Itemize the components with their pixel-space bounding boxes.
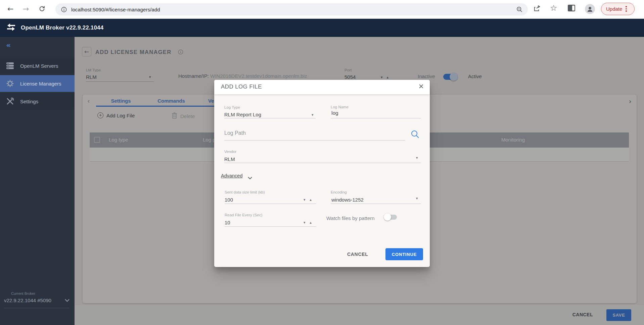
encoding-label: Encoding [331,190,347,194]
dialog-header: ADD LOG FILE × [214,80,430,94]
browser-chrome: ← → localhost:5090/#/license-managers/ad… [0,0,644,19]
watch-files-label: Watch files by pattern [326,215,375,221]
sidebar-collapse-icon[interactable]: « [6,41,11,49]
sidebar-item-settings[interactable]: Settings [0,93,75,110]
read-file-every-input[interactable]: 10 [225,220,230,225]
dropdown-arrow-icon[interactable]: ▾ [416,196,418,201]
sent-data-size-label: Sent data size limit (kb) [225,190,265,194]
field-underline [224,140,405,141]
sidebar-item-label: Settings [20,99,38,104]
bookmark-star-icon[interactable]: ☆ [550,3,557,13]
number-spinner-icons[interactable]: ▾▴ [304,198,316,202]
log-name-label: Log Name [331,105,349,109]
reload-icon[interactable] [38,5,46,14]
vendor-select[interactable]: RLM [224,156,235,162]
dropdown-arrow-icon[interactable]: ▾ [416,156,418,160]
back-icon[interactable]: ← [7,5,13,13]
sidebar: « OpenLM Servers [0,37,75,325]
app-header: OpenLM Broker v22.9.22.1044 [0,19,644,37]
current-broker-value: v22.9.22.1044 #5090 [4,297,51,303]
watch-files-toggle[interactable] [385,215,397,220]
share-icon[interactable] [533,4,541,13]
chevron-down-icon[interactable] [65,297,70,303]
openlm-logo-icon [6,23,16,33]
url-text[interactable]: localhost:5090/#/license-managers/add [71,7,160,12]
dialog-title: ADD LOG FILE [221,84,262,90]
read-file-every-label: Read File Every (Sec) [225,213,262,217]
vendor-label: Vendor [224,150,236,154]
forward-icon[interactable]: → [23,5,29,13]
chevron-down-icon[interactable] [248,175,252,181]
sent-data-size-input[interactable]: 100 [225,197,233,203]
servers-icon [6,62,14,69]
browser-menu-icon[interactable] [626,6,627,12]
update-label: Update [606,6,622,12]
field-underline [225,204,316,204]
field-underline [225,226,316,227]
field-underline [331,204,421,204]
sidebar-item-label: License Managers [20,81,61,87]
field-underline [331,118,421,118]
browse-path-search-icon[interactable] [410,129,420,140]
url-bar[interactable]: localhost:5090/#/license-managers/add [55,3,528,15]
field-underline [224,163,421,163]
app-title: OpenLM Broker v22.9.22.1044 [21,24,103,31]
advanced-toggle-link[interactable]: Advanced [221,173,243,178]
current-broker-selector[interactable]: Current Broker v22.9.22.1044 #5090 [4,291,70,308]
gear-icon [6,79,14,88]
browser-update-button[interactable]: Update [601,3,635,15]
close-icon[interactable]: × [419,81,424,92]
sidebar-item-license-managers[interactable]: License Managers [0,75,75,92]
sidebar-item-openlm-servers[interactable]: OpenLM Servers [0,57,75,74]
dialog-continue-button[interactable]: CONTINUE [385,248,423,260]
field-underline [224,118,316,118]
log-name-input[interactable] [331,110,419,116]
side-panel-icon[interactable] [567,4,576,13]
profile-avatar[interactable] [585,4,595,14]
log-type-select[interactable]: RLM Report Log [224,112,261,117]
site-info-icon[interactable] [61,6,67,13]
dialog-cancel-button[interactable]: CANCEL [347,252,368,257]
number-spinner-icons[interactable]: ▾▴ [304,220,316,225]
encoding-select[interactable]: windows-1252 [331,197,364,203]
log-path-input[interactable] [224,130,402,136]
current-broker-label: Current Broker [11,291,70,295]
sidebar-item-label: OpenLM Servers [20,63,58,69]
zoom-out-icon[interactable] [516,6,523,14]
log-type-label: Log Type [224,105,240,109]
dropdown-arrow-icon[interactable]: ▾ [312,113,314,117]
tools-icon [6,97,14,105]
add-log-file-dialog: ADD LOG FILE × Log Type RLM Report Log ▾… [214,80,430,267]
